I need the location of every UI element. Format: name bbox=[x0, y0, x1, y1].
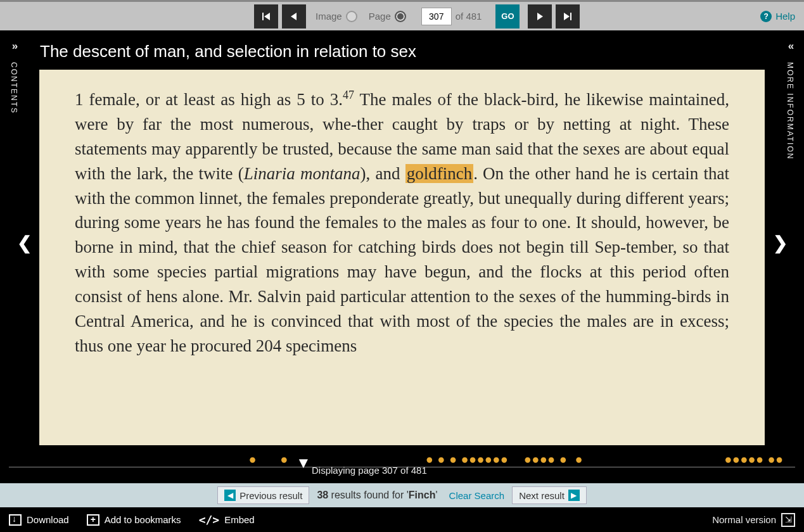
timeline: ● ● ● ● ● ● ● ● ● ● ● ● ● ● ● ● ● ● ● ● … bbox=[0, 445, 804, 483]
result-marker[interactable]: ● bbox=[501, 452, 508, 467]
result-marker[interactable]: ● bbox=[575, 452, 583, 467]
svg-marker-1 bbox=[264, 13, 270, 20]
page-text: 1 female, or at least as high as 5 to 3.… bbox=[39, 70, 765, 358]
page-radio[interactable]: Page bbox=[369, 11, 406, 22]
arrow-right-icon: ▶ bbox=[568, 490, 580, 501]
result-marker[interactable]: ● bbox=[775, 452, 783, 467]
svg-rect-0 bbox=[262, 13, 264, 20]
chevron-right-icon: ❯ bbox=[773, 232, 788, 253]
result-marker[interactable]: ● bbox=[437, 452, 445, 467]
first-page-button[interactable] bbox=[254, 4, 278, 28]
result-marker[interactable]: ● bbox=[485, 452, 492, 467]
download-icon bbox=[9, 514, 22, 526]
result-marker[interactable]: ● bbox=[547, 452, 555, 467]
page-total: of 481 bbox=[456, 11, 482, 22]
more-info-label: MORE INFORMATION bbox=[786, 62, 794, 160]
document-title: The descent of man, and selection in rel… bbox=[40, 42, 416, 61]
result-marker[interactable]: ● bbox=[461, 452, 469, 467]
download-button[interactable]: Download bbox=[9, 514, 69, 526]
viewer-area: The descent of man, and selection in rel… bbox=[0, 30, 804, 445]
more-info-panel-toggle[interactable]: « MORE INFORMATION bbox=[776, 30, 804, 179]
go-button[interactable]: GO bbox=[495, 4, 520, 28]
svg-marker-4 bbox=[564, 13, 570, 20]
result-marker[interactable]: ● bbox=[740, 452, 748, 467]
next-result-button[interactable]: Next result▶ bbox=[512, 486, 587, 504]
arrow-left-icon: ◀ bbox=[224, 490, 236, 501]
previous-result-button[interactable]: ◀Previous result bbox=[217, 486, 309, 504]
bookmark-icon bbox=[87, 514, 99, 526]
current-page-marker[interactable]: ▼ bbox=[296, 454, 311, 472]
result-marker[interactable]: ● bbox=[768, 452, 775, 467]
result-marker[interactable]: ● bbox=[559, 452, 567, 467]
svg-rect-5 bbox=[570, 13, 571, 20]
normal-version-button[interactable]: Normal version⇲ bbox=[712, 513, 795, 527]
clear-search-link[interactable]: Clear Search bbox=[449, 490, 505, 501]
prev-page-button[interactable] bbox=[282, 4, 306, 28]
timeline-status: Displaying page 307 of 481 bbox=[312, 465, 427, 476]
last-page-button[interactable] bbox=[556, 4, 580, 28]
result-marker[interactable]: ● bbox=[476, 452, 484, 467]
top-navigation: Image Page of 481 GO Help bbox=[0, 0, 804, 30]
result-marker[interactable]: ● bbox=[280, 452, 288, 467]
image-radio[interactable]: Image bbox=[316, 11, 357, 22]
expand-left-icon: « bbox=[788, 40, 792, 53]
help-link[interactable]: Help bbox=[760, 11, 795, 22]
svg-marker-2 bbox=[291, 13, 297, 20]
page-number-input[interactable] bbox=[421, 8, 452, 25]
result-marker[interactable]: ● bbox=[249, 452, 257, 467]
contents-label: CONTENTS bbox=[10, 62, 18, 114]
page-arrow-left[interactable]: ❮ bbox=[9, 208, 39, 277]
svg-marker-3 bbox=[537, 13, 543, 20]
next-page-button[interactable] bbox=[528, 4, 552, 28]
result-marker[interactable]: ● bbox=[540, 452, 547, 467]
search-results-bar: ◀Previous result 38 results found for 'F… bbox=[0, 483, 804, 507]
results-summary: 38 results found for 'Finch' bbox=[317, 490, 437, 501]
chevron-left-icon: ❮ bbox=[17, 232, 32, 253]
contents-panel-toggle[interactable]: » CONTENTS bbox=[0, 30, 28, 132]
result-marker[interactable]: ● bbox=[449, 452, 457, 467]
result-marker[interactable]: ● bbox=[724, 452, 732, 467]
result-marker[interactable]: ● bbox=[524, 452, 532, 467]
bottom-toolbar: Download Add to bookmarks </>Embed Norma… bbox=[0, 507, 804, 532]
result-marker[interactable]: ● bbox=[469, 452, 476, 467]
result-marker[interactable]: ● bbox=[748, 452, 756, 467]
embed-button[interactable]: </>Embed bbox=[199, 513, 255, 526]
page-controls: Image Page of 481 bbox=[316, 8, 482, 25]
embed-icon: </> bbox=[199, 513, 220, 526]
result-marker[interactable]: ● bbox=[492, 452, 500, 467]
search-highlight: goldfinch bbox=[405, 164, 473, 183]
page-arrow-right[interactable]: ❯ bbox=[765, 208, 795, 277]
result-marker[interactable]: ● bbox=[756, 452, 763, 467]
expand-right-icon: » bbox=[12, 40, 16, 53]
result-marker[interactable]: ● bbox=[732, 452, 740, 467]
page-image[interactable]: 1 female, or at least as high as 5 to 3.… bbox=[39, 70, 765, 445]
bookmark-button[interactable]: Add to bookmarks bbox=[87, 514, 181, 526]
result-marker[interactable]: ● bbox=[532, 452, 539, 467]
collapse-icon: ⇲ bbox=[781, 513, 795, 527]
